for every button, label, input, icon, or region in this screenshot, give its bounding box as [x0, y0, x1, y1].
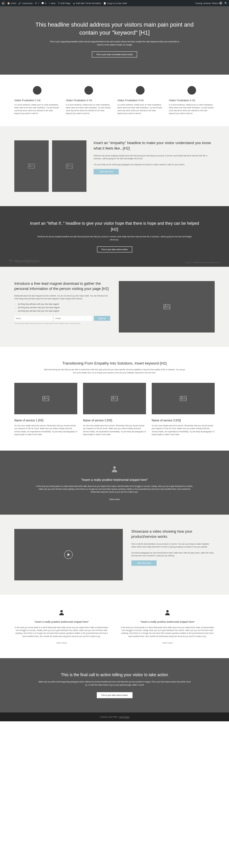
service-title: Name of service 1 [H3] — [14, 419, 77, 422]
video-section: Showcase a video showing how your produc… — [0, 515, 229, 595]
svg-point-14 — [60, 610, 63, 612]
frustration-heading: Visitor Frustration 3 H2 — [117, 99, 163, 102]
service-title: Name of service 2 [H3] — [83, 419, 146, 422]
leadmag-image — [119, 281, 215, 333]
service-card-3: Name of service 3 [H3]Go into more detai… — [152, 383, 215, 436]
svg-rect-7 — [42, 396, 49, 401]
signup-form: Sign Up — [14, 316, 110, 321]
frustration-heading: Visitor Frustration 1 H2 — [14, 99, 60, 102]
empathy-p1: Reinforce the above empathy headline and… — [94, 154, 215, 160]
video-player[interactable] — [14, 529, 123, 580]
final-cta-headline: This is the final call to action telling… — [29, 673, 200, 677]
testimonial-col-2: "Insert a really positive testimonial sn… — [120, 609, 215, 644]
frustration-icon — [84, 86, 93, 95]
solutions-intro: Start introducing the fact that you are … — [43, 368, 186, 374]
empathy-image-2 — [52, 141, 86, 192]
testimonial-text: In this area you should paste in a clien… — [120, 626, 215, 638]
leadmag-text: Briefly talk about the lead magnet and t… — [14, 294, 110, 301]
person-icon — [111, 465, 118, 473]
frustration-icon — [188, 86, 196, 95]
testimonial-quote: "Insert a really positive testimonial sn… — [120, 620, 215, 623]
testimonial-name: Client name — [14, 642, 109, 644]
frustration-4: Visitor Frustration 4 H2In a short sente… — [169, 86, 215, 115]
hero-headline: This headline should address your visito… — [29, 21, 200, 37]
image-placeholder-icon — [164, 304, 170, 309]
solutions-section: Transitioning From Empathy Into Solution… — [0, 347, 229, 450]
testimonial-quote: "Insert a really positive testimonial sn… — [29, 478, 200, 482]
signup-button[interactable]: Sign Up — [94, 316, 110, 321]
image-placeholder-icon — [28, 163, 35, 169]
service-card-2: Name of service 2 [H3]Go into more detai… — [83, 383, 146, 436]
howdy-user[interactable]: Howdy, Andrew Tilston — [196, 2, 222, 5]
video-p2: Use these paragraphs as short introducti… — [132, 552, 215, 558]
leadmag-list: 1st thing they will learn with your free… — [14, 303, 110, 312]
privacy-disclaimer: Your personal details are kept safe and … — [14, 322, 110, 324]
svg-rect-11 — [180, 396, 187, 401]
frustration-text: In a short sentence, briefly touch on ot… — [66, 103, 112, 115]
name-input[interactable] — [14, 316, 52, 321]
avatar-icon — [219, 2, 222, 5]
image-placeholder-icon — [111, 396, 118, 401]
privacy-link[interactable]: Your Privacy — [119, 716, 130, 718]
edit-page-link[interactable]: ✎ Edit Page — [58, 2, 71, 5]
hero-cta-button[interactable]: This is your learn more/take action butt… — [92, 52, 137, 58]
frustrations-section: Visitor Frustration 1 H2In a short sente… — [0, 74, 229, 126]
svg-point-15 — [166, 610, 169, 612]
frustration-heading: Visitor Frustration 4 H2 — [169, 99, 215, 102]
frustration-text: In a short sentence, briefly touch on ot… — [169, 103, 215, 115]
service-text: Go into more details about this service.… — [14, 424, 77, 436]
frustration-text: In a short sentence, briefly touch on ot… — [14, 103, 60, 115]
wp-logo[interactable] — [2, 2, 5, 5]
thrive-link[interactable]: ▲ Edit with Thrive Architect — [73, 2, 101, 5]
leadmag-item: 2nd thing they will learn with your free… — [14, 306, 110, 309]
image-placeholder-icon — [42, 396, 49, 401]
svg-point-12 — [181, 397, 182, 398]
comments-link[interactable]: 💬 9 — [41, 2, 46, 5]
solutions-headline: Transitioning From Empathy Into Solution… — [14, 361, 215, 365]
lead-magnet-section: Introduce a free lead magnet download to… — [0, 267, 229, 347]
person-icon — [164, 609, 171, 616]
frustration-2: Visitor Frustration 2 H2In a short sente… — [66, 86, 112, 115]
email-input[interactable] — [54, 316, 92, 321]
testimonial-text: In this area you should paste in a clien… — [14, 626, 109, 638]
testimonial-col-1: "Insert a really positive testimonial sn… — [14, 609, 109, 644]
empathy-section: Insert an "empathy" headline to make you… — [0, 126, 229, 206]
frustration-heading: Visitor Frustration 2 H2 — [66, 99, 112, 102]
testimonial-quote: "Insert a really positive testimonial sn… — [14, 620, 109, 623]
video-cta-button[interactable]: Click Here Now — [132, 560, 156, 566]
svg-rect-5 — [164, 305, 170, 309]
image-placeholder-icon — [180, 396, 187, 401]
svg-point-6 — [165, 305, 166, 307]
whatif-cta-button[interactable]: This is your take action button — [97, 246, 132, 252]
svg-rect-1 — [28, 164, 35, 168]
empathy-cta-button[interactable]: Click Here Now — [94, 169, 119, 175]
frustration-1: Visitor Frustration 1 H2In a short sente… — [14, 86, 60, 115]
hero-section: This headline should address your visito… — [0, 6, 229, 74]
stock-watermark: 📷 depositphotos — [8, 259, 39, 263]
svg-point-10 — [113, 397, 114, 398]
service-text: Go into more details about this service.… — [83, 424, 146, 436]
customize-link[interactable]: 🖌 Customize — [19, 2, 33, 5]
service-image — [83, 383, 146, 414]
search-icon[interactable]: 🔍 — [224, 2, 227, 5]
final-cta-section: This is the final call to action telling… — [0, 658, 229, 712]
frustration-icon — [33, 86, 41, 95]
wp-admin-bar: 🏠 scfd1 🖌 Customize ⟳ 7 💬 9 + New ✎ Edit… — [0, 0, 229, 6]
updates-link[interactable]: ⟳ 7 — [35, 2, 39, 5]
final-cta-button[interactable]: This is your take action button — [97, 692, 133, 698]
image-placeholder-icon — [66, 163, 73, 169]
testimonial-text: In this area you should paste in a clien… — [34, 485, 195, 494]
svg-point-8 — [44, 397, 45, 398]
play-button-icon[interactable] — [64, 550, 73, 559]
service-text: Go into more details about this service.… — [152, 424, 215, 436]
site-name[interactable]: 🏠 scfd1 — [7, 2, 16, 5]
final-cta-text: Make sure you write a final supporting p… — [37, 680, 192, 686]
leadmag-headline: Introduce a free lead magnet download to… — [14, 281, 110, 291]
testimonial-section: "Insert a really positive testimonial sn… — [0, 451, 229, 515]
whatif-headline: Insert an "What If.." headline to give y… — [29, 220, 200, 232]
copy-draft-link[interactable]: 📋 Copy to a new draft — [103, 2, 127, 5]
svg-point-2 — [29, 165, 31, 166]
whatif-text: Reinforce the above empathy headline and… — [37, 235, 192, 241]
new-link[interactable]: + New — [49, 2, 56, 5]
leadmag-item: 1st thing they will learn with your free… — [14, 303, 110, 306]
